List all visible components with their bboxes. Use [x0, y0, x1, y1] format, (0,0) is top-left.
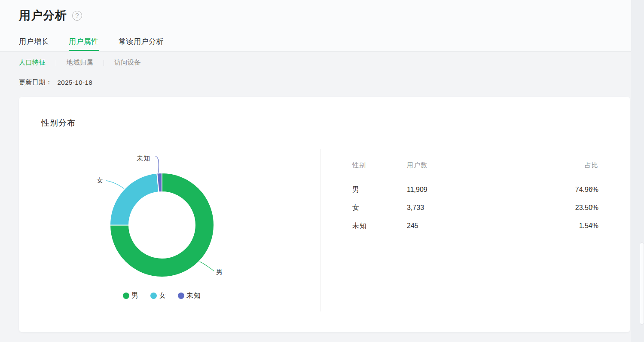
leader-line-female — [106, 181, 125, 189]
cell-gender: 女 — [352, 203, 407, 213]
table-header-row: 性别 用户数 占比 — [352, 161, 598, 169]
pie-label-female: 女 — [97, 176, 104, 185]
tab-user-attributes[interactable]: 用户属性 — [69, 37, 99, 51]
col-header-ratio: 占比 — [585, 161, 598, 169]
subtab-device[interactable]: 访问设备 — [114, 59, 141, 67]
pie-label-male: 男 — [216, 268, 223, 276]
legend-dot-female — [150, 293, 157, 299]
gender-table: 性别 用户数 占比 男 11,909 74.96% 女 3,733 23.50%… — [320, 149, 630, 311]
legend-item-female[interactable]: 女 — [150, 291, 166, 300]
cell-users: 3,733 — [407, 204, 575, 212]
tab-user-growth[interactable]: 用户增长 — [19, 37, 49, 51]
card-title: 性别分布 — [41, 117, 76, 129]
legend-label-female: 女 — [159, 291, 166, 300]
leader-line-unknown — [156, 156, 159, 173]
tab-regular-reader-analysis[interactable]: 常读用户分析 — [119, 37, 164, 51]
subtab-region[interactable]: 地域归属 — [67, 59, 93, 67]
help-icon[interactable]: ? — [72, 11, 82, 21]
table-body: 男 11,909 74.96% 女 3,733 23.50% 未知 245 1.… — [352, 181, 598, 235]
table-row: 未知 245 1.54% — [352, 217, 598, 235]
cell-ratio: 74.96% — [575, 186, 598, 194]
user-analysis-page: 用户分析 ? 用户增长 用户属性 常读用户分析 人口特征 地域归属 访问设备 更… — [0, 0, 644, 332]
legend-dot-unknown — [178, 293, 184, 299]
cell-ratio: 23.50% — [575, 204, 598, 212]
sub-tabs: 人口特征 地域归属 访问设备 — [19, 58, 625, 67]
subtab-divider — [56, 60, 56, 66]
cell-users: 11,909 — [407, 186, 575, 194]
legend-dot-male — [123, 293, 129, 299]
update-date-label: 更新日期： — [19, 78, 52, 86]
legend-label-unknown: 未知 — [186, 291, 201, 300]
scrollbar-thumb[interactable] — [640, 242, 644, 325]
page-header: 用户分析 ? 用户增长 用户属性 常读用户分析 — [0, 0, 644, 52]
donut-segment-1[interactable] — [110, 173, 159, 225]
scrollbar-track[interactable] — [631, 0, 644, 342]
donut-svg — [84, 149, 324, 287]
subtab-divider — [104, 60, 104, 66]
gender-donut-chart: 未知 女 男 男 女 未知 — [84, 149, 324, 326]
gender-distribution-card: 性别分布 未知 女 男 男 女 未知 — [19, 97, 630, 332]
leader-line-male — [199, 261, 214, 271]
legend-label-male: 男 — [131, 291, 139, 300]
table-row: 女 3,733 23.50% — [352, 199, 598, 217]
chart-legend: 男 女 未知 — [84, 291, 240, 300]
cell-gender: 未知 — [352, 222, 407, 231]
col-header-gender: 性别 — [352, 161, 407, 169]
table-row: 男 11,909 74.96% — [352, 181, 598, 199]
main-tabs: 用户增长 用户属性 常读用户分析 — [19, 37, 164, 51]
legend-item-unknown[interactable]: 未知 — [178, 291, 201, 300]
legend-item-male[interactable]: 男 — [123, 291, 139, 300]
update-date-row: 更新日期： 2025-10-18 — [19, 78, 625, 87]
title-row: 用户分析 ? — [19, 8, 82, 23]
update-date-value: 2025-10-18 — [58, 79, 93, 86]
cell-gender: 男 — [352, 185, 407, 194]
col-header-users: 用户数 — [407, 161, 585, 169]
cell-users: 245 — [407, 222, 579, 230]
pie-label-unknown: 未知 — [137, 154, 150, 163]
page-title: 用户分析 — [19, 8, 67, 23]
subtab-demographics[interactable]: 人口特征 — [19, 59, 46, 67]
cell-ratio: 1.54% — [579, 222, 598, 230]
